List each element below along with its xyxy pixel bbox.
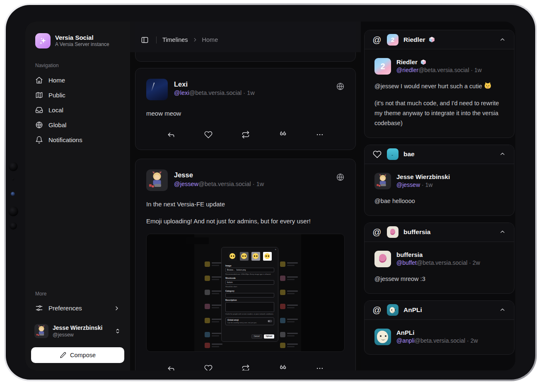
notification-header[interactable]: @ buffersia	[365, 223, 514, 242]
notification-user-name: bae	[403, 150, 415, 158]
cat-emoji	[484, 82, 492, 90]
reply-button[interactable]	[165, 363, 177, 370]
notification-header[interactable]: @ 2 Riedler	[365, 30, 514, 49]
notification-header[interactable]: bae	[365, 145, 514, 164]
more-section-label: More	[31, 291, 124, 297]
current-user-handle: @jessew	[53, 332, 110, 338]
visibility-globe-icon[interactable]	[336, 169, 345, 181]
notifications-column[interactable]: @ 2 Riedler 2 Riedler	[361, 22, 515, 370]
timeline-scroll[interactable]: Lexi @lexi@beta.versia.social · 1w meow …	[130, 22, 361, 370]
post-author-name[interactable]: Jesse	[174, 171, 330, 179]
avatar[interactable]: 2	[374, 58, 391, 75]
shortcode-help-text: Should be short.	[225, 286, 274, 288]
bell-icon	[35, 136, 43, 144]
compose-button[interactable]: Compose	[31, 347, 124, 363]
notification-author-name[interactable]: AnPLi	[396, 329, 414, 337]
category-input	[225, 293, 274, 298]
breadcrumb: Timelines Home	[162, 36, 218, 43]
close-icon: ×	[275, 248, 276, 251]
camera-lens	[9, 162, 18, 171]
post-card[interactable]: Jesse @jessew@beta.versia.social · 1w In…	[135, 159, 356, 370]
post-actions	[146, 129, 345, 140]
post-content: In the next Versia-FE update	[146, 199, 345, 209]
avatar[interactable]	[374, 329, 391, 345]
notification-body[interactable]: Jesse Wierzbinski @jessew · 1w @bae hell…	[365, 164, 514, 215]
sidebar-item-label: Home	[48, 77, 65, 84]
reply-button[interactable]	[165, 129, 177, 140]
sidebar-item-local[interactable]: Local	[31, 102, 124, 117]
chevron-up-icon[interactable]	[498, 150, 507, 158]
post-content: meow meow	[146, 109, 345, 118]
avatar	[387, 304, 399, 316]
notification-body[interactable]: buffersia @buffet@beta.versia.social · 2…	[365, 242, 514, 293]
notification-author-name[interactable]: Jesse Wierzbinski	[396, 173, 450, 181]
notification-author-name[interactable]: Riedler	[396, 58, 418, 66]
like-button[interactable]	[203, 129, 214, 140]
notification-card: @ buffersia buffersia @buffet@beta.versi…	[364, 223, 514, 294]
post-author-handle[interactable]: @jessew	[174, 181, 198, 187]
chevron-right-icon	[192, 37, 198, 43]
more-options-button[interactable]	[314, 129, 326, 140]
notification-header[interactable]: @ AnPLi	[365, 301, 514, 320]
pleading-emoji	[253, 253, 258, 259]
post-author-name[interactable]: Lexi	[174, 80, 330, 89]
notification-author-domain: @beta.versia.social	[417, 259, 467, 266]
pleading-emoji	[229, 253, 235, 259]
avatar[interactable]	[374, 173, 391, 189]
sidebar-item-home[interactable]: Home	[31, 73, 124, 87]
sidebar-item-notifications[interactable]: Notifications	[31, 132, 124, 147]
notification-author-handle[interactable]: @anpli	[396, 337, 415, 344]
avatar[interactable]	[146, 79, 168, 100]
sidebar-item-global[interactable]: Global	[31, 117, 124, 132]
global-emoji-help: Can be used by every user, not just you	[227, 322, 266, 324]
notification-author-handle[interactable]: @riedler	[396, 67, 418, 73]
like-button[interactable]	[203, 363, 214, 370]
notification-user-name: buffersia	[403, 228, 430, 236]
quote-button[interactable]	[277, 129, 288, 140]
chevron-up-icon[interactable]	[498, 36, 507, 44]
chevron-up-icon[interactable]	[498, 228, 507, 236]
boost-button[interactable]	[240, 129, 251, 140]
account-switcher[interactable]: Jesse Wierzbinski @jessew	[31, 322, 124, 341]
notification-author-handle[interactable]: @jessew	[396, 181, 420, 188]
cube-emoji	[420, 59, 427, 65]
chevron-up-icon[interactable]	[498, 306, 507, 314]
sidebar-item-label: Public	[48, 92, 65, 99]
preferences-item[interactable]: Preferences	[31, 301, 124, 316]
notification-author-name[interactable]: buffersia	[396, 251, 423, 259]
chevrons-up-down-icon	[114, 328, 121, 334]
visibility-globe-icon[interactable]	[336, 79, 345, 91]
breadcrumb-home[interactable]: Home	[202, 36, 218, 43]
dim-emoji-row	[280, 304, 298, 309]
more-options-button[interactable]	[314, 363, 326, 370]
dim-emoji-row	[205, 304, 222, 309]
filename-text: bottom.png	[237, 269, 246, 271]
sidebar-spacer	[31, 147, 124, 291]
device-bezel: Versia Social A Versia Server instance N…	[6, 5, 535, 380]
mention-at-icon: @	[372, 305, 382, 315]
app-title: Versia Social	[55, 34, 109, 42]
notification-author-handle[interactable]: @buffet	[396, 259, 417, 266]
post-card[interactable]: Lexi @lexi@beta.versia.social · 1w meow …	[135, 68, 356, 150]
dim-emoji-row	[280, 276, 298, 281]
notification-body[interactable]: 2 Riedler @riedler@beta.versia.social · …	[365, 49, 514, 138]
post-image-attachment[interactable]: × Image Browse... bot	[146, 234, 345, 352]
meta-separator: ·	[243, 90, 245, 96]
emoji-preview-dark	[228, 252, 237, 261]
boost-button[interactable]	[240, 363, 251, 370]
avatar[interactable]	[146, 169, 168, 191]
notification-timestamp: 1w	[474, 67, 482, 73]
dim-emoji-row	[280, 332, 298, 337]
quote-button[interactable]	[277, 363, 288, 370]
notification-body[interactable]: AnPLi @anpli@beta.versia.social · 2w	[365, 320, 514, 354]
dim-emoji-row	[280, 261, 298, 267]
post-author-handle[interactable]: @lexi	[174, 90, 189, 96]
sidebar-toggle-button[interactable]	[139, 34, 150, 46]
meta-separator: ·	[467, 337, 469, 344]
brand[interactable]: Versia Social A Versia Server instance	[31, 33, 124, 48]
camera-lens	[10, 222, 17, 230]
breadcrumb-timelines[interactable]: Timelines	[162, 36, 188, 43]
sidebar-item-public[interactable]: Public	[31, 87, 124, 102]
avatar[interactable]	[374, 251, 391, 267]
timeline-header: Timelines Home	[130, 22, 361, 52]
